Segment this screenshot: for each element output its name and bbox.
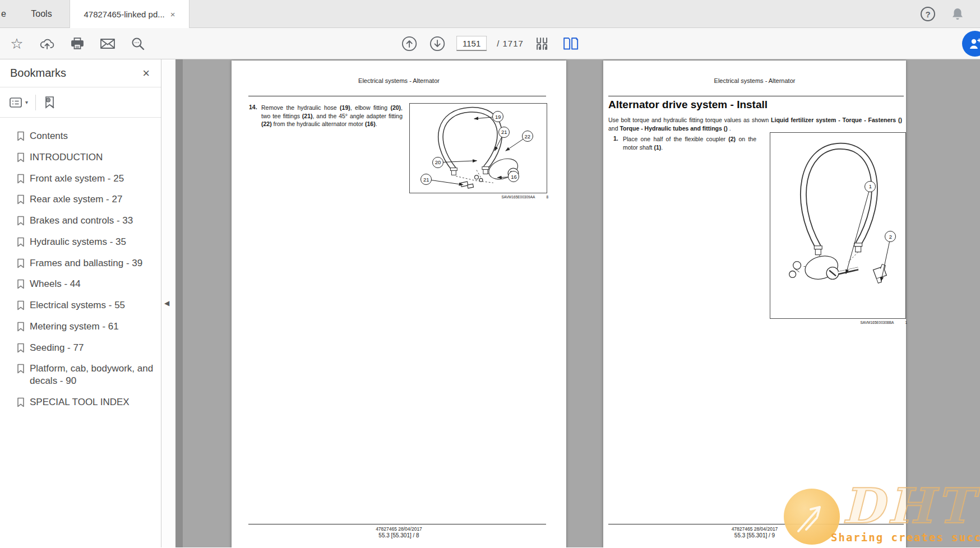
bookmarks-panel-title: Bookmarks: [10, 67, 66, 80]
tab-bar: e Tools 47827465-linked pd... × ?: [0, 0, 980, 28]
tab-tools[interactable]: Tools: [13, 0, 70, 28]
bookmark-label: Contents: [30, 130, 68, 142]
bookmark-options-button[interactable]: ▾: [9, 97, 28, 108]
watermark-slogan: Sharing creates success: [831, 531, 980, 544]
header-rule: [608, 96, 904, 96]
add-bookmark-button[interactable]: [43, 95, 57, 110]
cloud-upload-icon[interactable]: [38, 35, 56, 53]
favorites-star-icon[interactable]: ☆: [8, 35, 26, 53]
document-canvas[interactable]: Electrical systems - Alternator 14. Remo…: [175, 59, 980, 547]
tab-partial[interactable]: e: [0, 0, 13, 28]
bookmark-item[interactable]: Rear axle system - 27: [0, 189, 161, 210]
bookmark-label: Seeding - 77: [30, 342, 84, 354]
bookmark-item[interactable]: Contents: [0, 126, 161, 147]
collapse-panel-button[interactable]: ◀: [164, 299, 169, 307]
bookmark-item[interactable]: INTRODUCTION: [0, 147, 161, 168]
figure-index: 8: [546, 195, 548, 199]
figure-callout-20: 20: [432, 157, 443, 168]
bookmark-label: Rear axle system - 27: [30, 193, 122, 206]
figure-caption: SAVM165E00309AA 8: [409, 195, 548, 199]
bookmarks-list: ContentsINTRODUCTIONFront axle system - …: [0, 118, 161, 547]
figure-caption: SAVM165E00308BA 1: [770, 321, 907, 324]
bookmark-label: Platform, cab, bodywork, and decals - 90: [30, 363, 154, 387]
bookmark-item[interactable]: Seeding - 77: [0, 337, 161, 359]
bookmark-label: Frames and ballasting - 39: [30, 257, 142, 270]
bookmark-label: SPECIAL TOOL INDEX: [30, 396, 130, 408]
print-icon[interactable]: [68, 35, 86, 53]
footer-docnum: 47827465 28/04/2017: [232, 526, 566, 532]
bookmark-item[interactable]: Metering system - 61: [0, 316, 161, 337]
bookmarks-panel: Bookmarks × ▾: [0, 59, 161, 547]
bookmark-label: Brakes and controls - 33: [30, 215, 133, 227]
bookmark-item[interactable]: Brakes and controls - 33: [0, 210, 161, 231]
watermark-brand: DHT: [842, 482, 976, 530]
tab-close-icon[interactable]: ×: [170, 10, 175, 19]
bookmark-label: Front axle system - 25: [30, 173, 124, 185]
notifications-bell-icon[interactable]: [951, 7, 964, 21]
bookmark-item[interactable]: SPECIAL TOOL INDEX: [0, 392, 161, 413]
panel-gutter: ◀: [161, 59, 175, 547]
figure-index: 1: [905, 321, 907, 324]
figure-coupler-install: 12: [770, 132, 906, 319]
page-display-grid-icon[interactable]: [534, 35, 552, 53]
bookmark-label: Hydraulic systems - 35: [30, 236, 126, 248]
toolbar: ☆: [0, 28, 980, 59]
tab-document[interactable]: 47827465-linked pd... ×: [70, 0, 189, 28]
bookmark-label: Metering system - 61: [30, 321, 119, 333]
previous-page-icon[interactable]: [400, 35, 418, 53]
footer-section: 55.3 [55.301] / 8: [232, 532, 566, 538]
search-zoom-icon[interactable]: [129, 35, 147, 53]
page-total-label: / 1717: [497, 39, 524, 48]
divider: [35, 95, 36, 110]
bookmark-label: Wheels - 44: [30, 278, 81, 290]
figure-callout-22: 22: [522, 131, 533, 142]
help-icon[interactable]: ?: [921, 7, 935, 21]
bookmark-item[interactable]: Front axle system - 25: [0, 168, 161, 189]
figure-id: SAVM165E00309AA: [502, 195, 535, 199]
page-header: Electrical systems - Alternator: [232, 77, 566, 84]
bookmark-label: Electrical systems - 55: [30, 299, 125, 312]
chevron-down-icon: ▾: [25, 99, 28, 105]
figure-hydraulic-hoses: 192122202116: [409, 103, 547, 193]
share-account-button[interactable]: [962, 31, 980, 57]
panel-shadow: [175, 59, 183, 547]
step-text: Place one half of the flexible coupler (…: [623, 135, 756, 151]
bookmark-item[interactable]: Hydraulic systems - 35: [0, 231, 161, 253]
header-rule: [248, 96, 546, 96]
two-page-view-icon[interactable]: [562, 35, 580, 53]
section-title: Alternator drive system - Install: [608, 99, 768, 111]
bookmark-item[interactable]: Frames and ballasting - 39: [0, 253, 161, 274]
tab-document-label: 47827465-linked pd...: [84, 10, 164, 19]
email-icon[interactable]: [99, 35, 117, 53]
close-panel-icon[interactable]: ×: [142, 67, 150, 80]
figure-id: SAVM165E00308BA: [861, 321, 894, 324]
bookmark-item[interactable]: Platform, cab, bodywork, and decals - 90: [0, 358, 161, 392]
next-page-icon[interactable]: [428, 35, 446, 53]
page-number-input[interactable]: [456, 36, 487, 51]
bookmark-item[interactable]: Electrical systems - 55: [0, 295, 161, 316]
intro-paragraph: Use bolt torque and hydraulic fitting to…: [608, 116, 902, 133]
pdf-page-left: Electrical systems - Alternator 14. Remo…: [232, 61, 566, 547]
page-header: Electrical systems - Alternator: [603, 77, 906, 84]
step-number: 1.: [613, 135, 618, 142]
pdf-page-right: Electrical systems - Alternator Alternat…: [603, 61, 906, 547]
bookmark-label: INTRODUCTION: [30, 151, 103, 164]
tab-tools-label: Tools: [31, 9, 52, 19]
bookmark-item[interactable]: Wheels - 44: [0, 273, 161, 295]
tab-partial-label: e: [1, 9, 6, 19]
step-text: Remove the hydraulic hose (19), elbow fi…: [261, 104, 403, 128]
footer-rule: [248, 524, 546, 524]
step-number: 14.: [249, 104, 257, 110]
